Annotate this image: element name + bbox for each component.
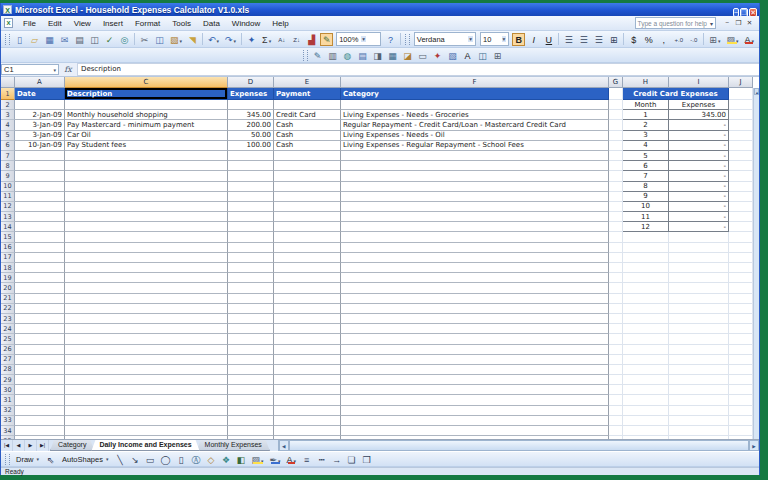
prev-sheet-button[interactable]: ◀	[13, 440, 25, 451]
save-icon[interactable]: ▦	[43, 33, 56, 46]
addin-12-icon[interactable]: ◫	[476, 49, 489, 62]
cell-category[interactable]	[341, 100, 609, 110]
cell-description[interactable]	[65, 406, 228, 416]
cell-j[interactable]	[729, 100, 753, 110]
cell-j[interactable]	[729, 202, 753, 212]
row-header-4[interactable]: 4	[1, 120, 15, 130]
cell-j[interactable]	[729, 375, 753, 385]
cell-g[interactable]	[609, 385, 623, 395]
cell-payment[interactable]	[274, 416, 341, 426]
cell-g[interactable]	[609, 426, 623, 436]
wordart-icon[interactable]: Ⓐ	[190, 453, 203, 466]
cell-category[interactable]	[341, 232, 609, 242]
row-header-14[interactable]: 14	[1, 222, 15, 232]
row-header-21[interactable]: 21	[1, 294, 15, 304]
cell-category[interactable]	[341, 222, 609, 232]
cell-date[interactable]	[15, 171, 65, 181]
bold-icon[interactable]: B	[512, 33, 525, 46]
cell-j[interactable]	[729, 212, 753, 222]
cell-category[interactable]	[341, 395, 609, 405]
cell-g1[interactable]	[609, 88, 623, 100]
column-header-I[interactable]: I	[669, 77, 729, 88]
insert-picture-icon[interactable]: ◧	[235, 453, 248, 466]
cell-payment[interactable]	[274, 182, 341, 192]
cell-date[interactable]: 3-Jan-09	[15, 120, 65, 130]
cell-category[interactable]: Regular Repayment - Credit Card/Loan - M…	[341, 120, 609, 130]
addin-3-icon[interactable]: ◍	[341, 49, 354, 62]
cell-i[interactable]	[669, 314, 729, 324]
cell-category[interactable]	[341, 334, 609, 344]
next-sheet-button[interactable]: ▶	[25, 440, 37, 451]
restore-doc-button[interactable]: ❒	[733, 18, 744, 28]
cc-expense[interactable]: -	[669, 131, 729, 141]
cell-h[interactable]	[623, 345, 669, 355]
cell-expenses[interactable]	[228, 375, 274, 385]
cell-j[interactable]	[729, 406, 753, 416]
cell-date[interactable]	[15, 182, 65, 192]
cell-date[interactable]	[15, 365, 65, 375]
cell-payment[interactable]: Cash	[274, 131, 341, 141]
formula-bar-content[interactable]: Description	[77, 63, 759, 76]
cell-expenses[interactable]: 345.00	[228, 110, 274, 120]
cell-category[interactable]	[341, 151, 609, 161]
column-header-C[interactable]: C	[65, 77, 228, 88]
cell-category[interactable]	[341, 304, 609, 314]
credit-card-expenses-title[interactable]: Credit Card Expenses	[623, 88, 729, 100]
cell-h[interactable]	[623, 334, 669, 344]
cell-date[interactable]	[15, 406, 65, 416]
addin-7-icon[interactable]: ◪	[401, 49, 414, 62]
fill-color-icon[interactable]: ▨▾	[250, 453, 266, 466]
row-header-13[interactable]: 13	[1, 212, 15, 222]
cell-description[interactable]	[65, 232, 228, 242]
cell-description[interactable]	[65, 324, 228, 334]
undo-icon[interactable]: ↶▾	[206, 33, 221, 46]
cell-payment[interactable]	[274, 202, 341, 212]
cell-g[interactable]	[609, 182, 623, 192]
cell-expenses[interactable]	[228, 253, 274, 263]
insert-hyperlink-icon[interactable]: ✦	[245, 33, 258, 46]
cell-g[interactable]	[609, 406, 623, 416]
cell-g[interactable]	[609, 171, 623, 181]
draw-menu-button[interactable]: Draw▾	[12, 453, 43, 465]
cell-h[interactable]	[623, 375, 669, 385]
first-sheet-button[interactable]: |◀	[1, 440, 13, 451]
cell-payment[interactable]	[274, 395, 341, 405]
cell-i[interactable]	[669, 273, 729, 283]
arrow-style-icon[interactable]: →	[330, 453, 343, 466]
cell-description[interactable]	[65, 283, 228, 293]
cell-date[interactable]	[15, 273, 65, 283]
cc-expense[interactable]: 345.00	[669, 110, 729, 120]
menu-file[interactable]: File	[17, 18, 42, 29]
cell-h[interactable]	[623, 426, 669, 436]
cell-expenses[interactable]	[228, 283, 274, 293]
align-left-icon[interactable]: ☰	[562, 33, 575, 46]
cc-month[interactable]: 6	[623, 161, 669, 171]
cell-g[interactable]	[609, 192, 623, 202]
cell-e1-payment-header[interactable]: Payment	[274, 88, 341, 100]
cell-expenses[interactable]	[228, 355, 274, 365]
cell-description[interactable]	[65, 243, 228, 253]
addin-4-icon[interactable]: ▤	[356, 49, 369, 62]
cell-j[interactable]	[729, 345, 753, 355]
cc-month[interactable]: 2	[623, 120, 669, 130]
cc-expense[interactable]: -	[669, 161, 729, 171]
diagram-icon[interactable]: ◇	[205, 453, 218, 466]
cc-expense[interactable]: -	[669, 202, 729, 212]
row-header-7[interactable]: 7	[1, 151, 15, 161]
cell-j[interactable]	[729, 232, 753, 242]
cut-icon[interactable]: ✂	[138, 33, 151, 46]
cell-j[interactable]	[729, 304, 753, 314]
cell-g[interactable]	[609, 161, 623, 171]
column-header-D[interactable]: D	[228, 77, 274, 88]
cell-description[interactable]	[65, 314, 228, 324]
cell-expenses[interactable]	[228, 345, 274, 355]
sort-ascending-icon[interactable]: A↓	[275, 33, 288, 46]
cell-h[interactable]	[623, 365, 669, 375]
cc-month[interactable]: 1	[623, 110, 669, 120]
row-header-27[interactable]: 27	[1, 355, 15, 365]
cell-date[interactable]	[15, 304, 65, 314]
row-header-3[interactable]: 3	[1, 110, 15, 120]
dash-style-icon[interactable]: ┅	[315, 453, 328, 466]
addin-13-icon[interactable]: ⊞	[491, 49, 504, 62]
cell-date[interactable]: 10-Jan-09	[15, 141, 65, 151]
